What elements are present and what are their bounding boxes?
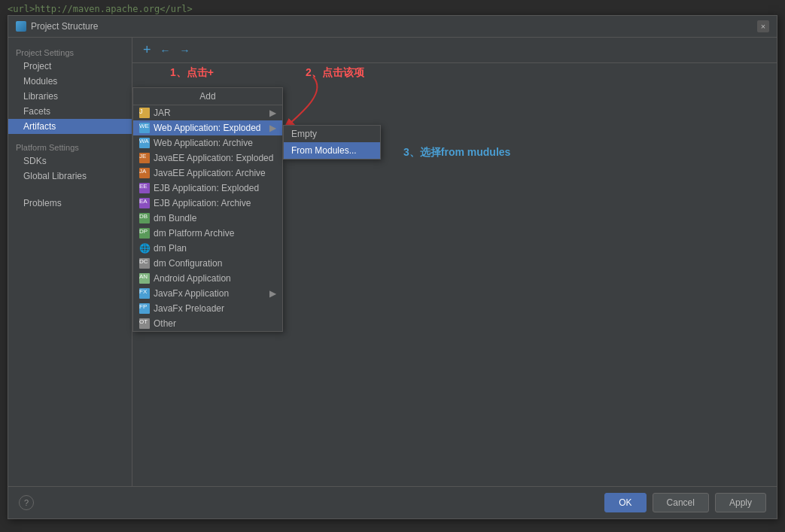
submenu-item-from-modules[interactable]: From Modules...: [284, 142, 380, 159]
javaee-archive-icon: JA: [139, 168, 150, 178]
close-button[interactable]: ×: [757, 20, 769, 32]
sidebar-item-project[interactable]: Project: [8, 59, 132, 74]
sidebar-item-facets[interactable]: Facets: [8, 104, 132, 119]
dropdown-item-javaee-archive-label: JavaEE Application: Archive: [154, 168, 266, 178]
sidebar-item-problems[interactable]: Problems: [8, 196, 132, 211]
web-exploded-arrow: ▶: [269, 123, 276, 133]
dropdown-item-other-label: Other: [154, 318, 176, 329]
submenu: Empty From Modules...: [283, 125, 381, 160]
dropdown-item-dm-config[interactable]: DC dm Configuration: [133, 256, 282, 271]
jar-icon: J: [139, 108, 150, 118]
dropdown-item-javaee-exploded[interactable]: JE JavaEE Application: Exploded: [133, 150, 282, 166]
dropdown-item-web-archive-label: Web Application: Archive: [154, 138, 253, 148]
help-button[interactable]: ?: [19, 495, 34, 510]
dropdown-item-dm-bundle[interactable]: DB dm Bundle: [133, 211, 282, 226]
submenu-item-empty[interactable]: Empty: [284, 126, 380, 142]
dropdown-menu: Add J JAR ▶ WE Web Application: Exploded…: [132, 87, 283, 332]
dropdown-item-jar[interactable]: J JAR ▶: [133, 105, 282, 120]
dropdown-item-javafx-preloader-label: JavaFx Preloader: [154, 303, 224, 314]
dropdown-item-dm-plan[interactable]: 🌐 dm Plan: [133, 241, 282, 256]
sidebar-item-modules[interactable]: Modules: [8, 74, 132, 89]
dropdown-item-dm-plan-label: dm Plan: [154, 243, 187, 254]
add-button[interactable]: +: [140, 41, 154, 59]
dialog-title-text: Project Structure: [31, 21, 98, 32]
apply-button[interactable]: Apply: [715, 493, 766, 512]
annotation-step3: 3、选择from mudules: [403, 146, 510, 160]
sidebar-item-sdks[interactable]: SDKs: [8, 154, 132, 169]
main-content: 1、点击+ 2、点击该项 Add J: [132, 63, 777, 486]
project-structure-dialog: Project Structure × Project Settings Pro…: [8, 15, 777, 519]
dropdown-item-ejb-exploded[interactable]: EE EJB Application: Exploded: [133, 181, 282, 196]
dropdown-item-ejb-archive-label: EJB Application: Archive: [154, 198, 251, 208]
toolbar: + ← →: [132, 38, 777, 63]
javaee-exploded-icon: JE: [139, 153, 150, 163]
ok-button[interactable]: OK: [604, 493, 646, 512]
dropdown-item-other[interactable]: OT Other: [133, 316, 282, 331]
dropdown-item-javaee-archive[interactable]: JA JavaEE Application: Archive: [133, 166, 282, 181]
dropdown-item-android[interactable]: AN Android Application: [133, 271, 282, 286]
dialog-icon: [16, 21, 26, 32]
dm-plan-icon: 🌐: [139, 243, 150, 254]
javafx-icon: FX: [139, 288, 150, 299]
sidebar-item-libraries[interactable]: Libraries: [8, 89, 132, 104]
android-icon: AN: [139, 273, 150, 284]
cancel-button[interactable]: Cancel: [653, 493, 709, 512]
platform-settings-label: Platform Settings: [8, 141, 132, 154]
dialog-title: Project Structure: [16, 21, 98, 32]
dropdown-item-ejb-archive[interactable]: EA EJB Application: Archive: [133, 196, 282, 211]
nav-back-button[interactable]: ←: [157, 43, 174, 58]
other-icon: OT: [139, 318, 150, 329]
dropdown-item-dm-bundle-label: dm Bundle: [154, 213, 196, 223]
dropdown-item-ejb-exploded-label: EJB Application: Exploded: [154, 183, 259, 193]
sidebar: Project Settings Project Modules Librari…: [8, 38, 132, 486]
dropdown-item-web-exploded-label: Web Application: Exploded: [154, 123, 261, 133]
jar-arrow: ▶: [269, 108, 276, 118]
dropdown-item-jar-label: JAR: [154, 108, 171, 118]
dropdown-item-dm-config-label: dm Configuration: [154, 258, 222, 269]
dropdown-item-javafx[interactable]: FX JavaFx Application ▶: [133, 286, 282, 301]
dm-bundle-icon: DB: [139, 213, 150, 223]
web-exploded-icon: WE: [139, 123, 150, 133]
dropdown-item-web-exploded[interactable]: WE Web Application: Exploded ▶: [133, 120, 282, 135]
javafx-preloader-icon: FP: [139, 303, 150, 314]
bottom-bar: ? OK Cancel Apply: [8, 486, 777, 518]
dropdown-item-android-label: Android Application: [154, 273, 231, 284]
dropdown-item-javafx-label: JavaFx Application: [154, 288, 229, 299]
nav-forward-button[interactable]: →: [177, 43, 193, 58]
sidebar-item-global-libraries[interactable]: Global Libraries: [8, 169, 132, 184]
annotation-step1: 1、点击+: [170, 66, 214, 80]
dropdown-item-javaee-exploded-label: JavaEE Application: Exploded: [154, 153, 273, 163]
javafx-arrow: ▶: [269, 288, 276, 299]
sidebar-item-artifacts[interactable]: Artifacts: [8, 119, 132, 134]
dialog-titlebar: Project Structure ×: [8, 16, 777, 38]
dialog-body: Project Settings Project Modules Librari…: [8, 38, 777, 486]
ejb-archive-icon: EA: [139, 198, 150, 208]
dropdown-item-dm-platform-label: dm Platform Archive: [154, 228, 234, 239]
main-panel: + ← → 1、点击+ 2、点击该项: [132, 38, 777, 486]
web-archive-icon: WA: [139, 138, 150, 148]
dropdown-header: Add: [133, 88, 282, 105]
dropdown-item-javafx-preloader[interactable]: FP JavaFx Preloader: [133, 301, 282, 316]
project-settings-label: Project Settings: [8, 47, 132, 59]
dropdown-item-dm-platform[interactable]: DP dm Platform Archive: [133, 226, 282, 241]
dropdown-item-web-archive[interactable]: WA Web Application: Archive: [133, 135, 282, 150]
dm-config-icon: DC: [139, 258, 150, 269]
annotation-step2: 2、点击该项: [306, 66, 364, 80]
ejb-exploded-icon: EE: [139, 183, 150, 193]
dm-platform-icon: DP: [139, 228, 150, 239]
